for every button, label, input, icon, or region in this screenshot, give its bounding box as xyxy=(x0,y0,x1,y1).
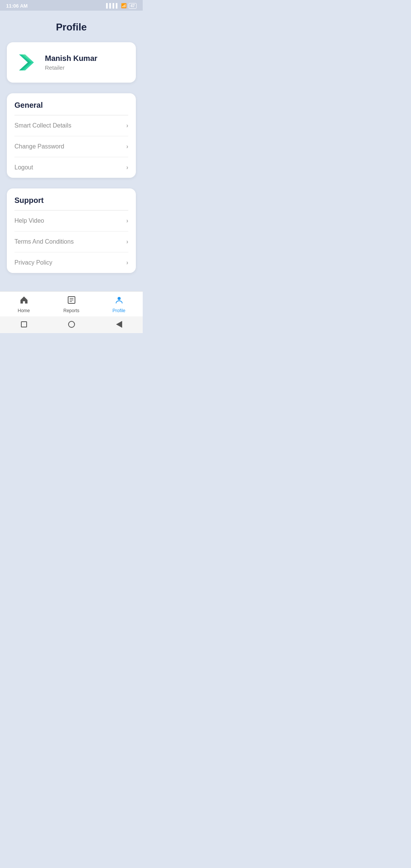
wifi-icon: 📶 xyxy=(121,3,127,8)
system-nav xyxy=(0,316,143,333)
status-bar: 11:06 AM ▌▌▌▌ 📶 47 xyxy=(0,0,143,11)
circle-icon xyxy=(68,321,75,328)
terms-conditions-chevron: › xyxy=(126,238,128,245)
home-icon xyxy=(19,295,29,307)
general-section: General Smart Collect Details › Change P… xyxy=(7,93,136,178)
general-section-title: General xyxy=(14,101,128,115)
user-role: Retailer xyxy=(45,64,97,71)
logout-chevron: › xyxy=(126,164,128,171)
logout-label: Logout xyxy=(14,164,33,171)
change-password-item[interactable]: Change Password › xyxy=(14,136,128,157)
system-square-button[interactable] xyxy=(20,320,28,329)
change-password-chevron: › xyxy=(126,143,128,150)
user-card: Manish Kumar Retailer xyxy=(7,42,136,83)
home-label: Home xyxy=(18,308,30,313)
status-icons: ▌▌▌▌ 📶 47 xyxy=(106,3,137,9)
privacy-policy-label: Privacy Policy xyxy=(14,259,53,266)
logout-item[interactable]: Logout › xyxy=(14,157,128,178)
square-icon xyxy=(21,321,27,327)
privacy-policy-item[interactable]: Privacy Policy › xyxy=(14,252,128,273)
system-circle-button[interactable] xyxy=(67,320,76,329)
support-section-title: Support xyxy=(14,196,128,211)
battery-icon: 47 xyxy=(129,3,137,9)
reports-icon xyxy=(67,295,76,307)
bottom-nav: Home Reports Profile xyxy=(0,291,143,316)
system-back-button[interactable] xyxy=(115,320,123,329)
support-section: Support Help Video › Terms And Condition… xyxy=(7,188,136,273)
nav-home[interactable]: Home xyxy=(11,295,37,313)
main-content: Profile Manish Kumar Retailer xyxy=(0,11,143,291)
reports-label: Reports xyxy=(63,308,79,313)
privacy-policy-chevron: › xyxy=(126,259,128,266)
help-video-chevron: › xyxy=(126,217,128,224)
profile-icon xyxy=(115,295,124,307)
svg-point-4 xyxy=(118,297,121,300)
help-video-item[interactable]: Help Video › xyxy=(14,211,128,231)
smart-collect-chevron: › xyxy=(126,122,128,129)
terms-conditions-item[interactable]: Terms And Conditions › xyxy=(14,231,128,252)
smart-collect-label: Smart Collect Details xyxy=(14,122,71,129)
back-icon xyxy=(116,321,122,328)
status-time: 11:06 AM xyxy=(6,3,28,9)
signal-icon: ▌▌▌▌ xyxy=(106,3,119,8)
user-info: Manish Kumar Retailer xyxy=(45,54,97,71)
change-password-label: Change Password xyxy=(14,143,64,150)
page-title: Profile xyxy=(7,11,136,42)
brand-logo xyxy=(14,51,38,74)
terms-conditions-label: Terms And Conditions xyxy=(14,238,74,245)
smart-collect-item[interactable]: Smart Collect Details › xyxy=(14,115,128,136)
nav-reports[interactable]: Reports xyxy=(58,295,85,313)
nav-profile[interactable]: Profile xyxy=(106,295,132,313)
help-video-label: Help Video xyxy=(14,217,44,224)
profile-label: Profile xyxy=(112,308,125,313)
user-name: Manish Kumar xyxy=(45,54,97,63)
